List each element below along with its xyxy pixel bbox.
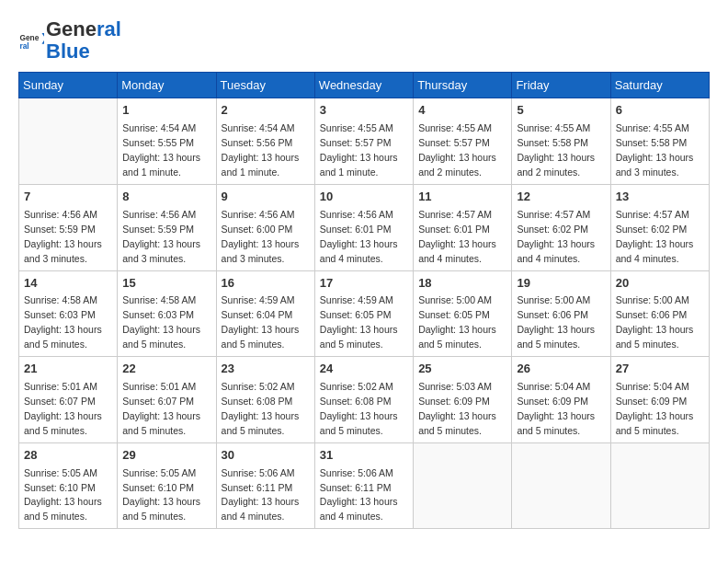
calendar-cell: 10 Sunrise: 4:56 AMSunset: 6:01 PMDaylig…: [314, 184, 413, 270]
day-number: 22: [122, 361, 210, 378]
day-info: Sunrise: 5:03 AMSunset: 6:09 PMDaylight:…: [418, 381, 496, 436]
calendar-cell: 23 Sunrise: 5:02 AMSunset: 6:08 PMDaylig…: [216, 357, 314, 443]
day-info: Sunrise: 4:55 AMSunset: 5:57 PMDaylight:…: [418, 122, 496, 178]
day-info: Sunrise: 4:58 AMSunset: 6:03 PMDaylight:…: [24, 294, 102, 350]
calendar-cell: 29 Sunrise: 5:05 AMSunset: 6:10 PMDaylig…: [118, 442, 216, 529]
day-info: Sunrise: 5:06 AMSunset: 6:11 PMDaylight:…: [222, 467, 300, 523]
calendar-table: SundayMondayTuesdayWednesdayThursdayFrid…: [18, 72, 710, 529]
page-header: Gene ral GeneralBlue: [18, 18, 710, 63]
day-info: Sunrise: 4:57 AMSunset: 6:01 PMDaylight:…: [418, 209, 496, 264]
day-number: 18: [418, 275, 506, 293]
day-info: Sunrise: 5:06 AMSunset: 6:11 PMDaylight:…: [320, 467, 398, 523]
weekday-header-wednesday: Wednesday: [314, 73, 413, 98]
day-number: 31: [320, 447, 408, 465]
day-number: 1: [122, 102, 210, 120]
calendar-cell: 17 Sunrise: 4:59 AMSunset: 6:05 PMDaylig…: [314, 270, 413, 357]
calendar-week-4: 21 Sunrise: 5:01 AMSunset: 6:07 PMDaylig…: [19, 357, 710, 443]
day-number: 17: [320, 275, 408, 293]
calendar-cell: 27 Sunrise: 5:04 AMSunset: 6:09 PMDaylig…: [610, 357, 709, 443]
day-number: 27: [616, 361, 704, 378]
day-number: 26: [517, 361, 605, 378]
day-number: 19: [517, 275, 605, 293]
calendar-cell: 26 Sunrise: 5:04 AMSunset: 6:09 PMDaylig…: [512, 357, 610, 443]
day-info: Sunrise: 5:05 AMSunset: 6:10 PMDaylight:…: [122, 467, 200, 523]
calendar-cell: 21 Sunrise: 5:01 AMSunset: 6:07 PMDaylig…: [19, 357, 118, 443]
calendar-cell: 1 Sunrise: 4:54 AMSunset: 5:55 PMDayligh…: [118, 98, 216, 185]
calendar-cell: 8 Sunrise: 4:56 AMSunset: 5:59 PMDayligh…: [118, 184, 216, 270]
calendar-cell: [414, 442, 512, 529]
calendar-cell: 12 Sunrise: 4:57 AMSunset: 6:02 PMDaylig…: [512, 184, 610, 270]
day-number: 11: [418, 189, 506, 206]
day-info: Sunrise: 5:01 AMSunset: 6:07 PMDaylight:…: [122, 381, 200, 436]
day-info: Sunrise: 5:04 AMSunset: 6:09 PMDaylight:…: [517, 381, 595, 436]
calendar-cell: 6 Sunrise: 4:55 AMSunset: 5:58 PMDayligh…: [610, 98, 709, 185]
calendar-cell: 3 Sunrise: 4:55 AMSunset: 5:57 PMDayligh…: [314, 98, 413, 185]
day-number: 15: [122, 275, 210, 293]
day-info: Sunrise: 5:00 AMSunset: 6:06 PMDaylight:…: [517, 294, 595, 350]
day-info: Sunrise: 4:54 AMSunset: 5:56 PMDaylight:…: [222, 122, 300, 178]
day-number: 20: [616, 275, 704, 293]
weekday-header-tuesday: Tuesday: [216, 73, 314, 98]
day-info: Sunrise: 4:56 AMSunset: 5:59 PMDaylight:…: [24, 209, 102, 264]
weekday-header-sunday: Sunday: [19, 73, 118, 98]
calendar-body: 1 Sunrise: 4:54 AMSunset: 5:55 PMDayligh…: [19, 98, 710, 529]
calendar-cell: [512, 442, 610, 529]
day-number: 24: [320, 361, 408, 378]
day-info: Sunrise: 5:02 AMSunset: 6:08 PMDaylight:…: [320, 381, 398, 436]
calendar-cell: 9 Sunrise: 4:56 AMSunset: 6:00 PMDayligh…: [216, 184, 314, 270]
day-info: Sunrise: 5:00 AMSunset: 6:06 PMDaylight:…: [616, 294, 694, 350]
calendar-cell: 15 Sunrise: 4:58 AMSunset: 6:03 PMDaylig…: [118, 270, 216, 357]
logo-icon: Gene ral: [18, 28, 44, 53]
calendar-cell: 19 Sunrise: 5:00 AMSunset: 6:06 PMDaylig…: [512, 270, 610, 357]
day-number: 14: [24, 275, 112, 293]
calendar-cell: 2 Sunrise: 4:54 AMSunset: 5:56 PMDayligh…: [216, 98, 314, 185]
day-info: Sunrise: 4:56 AMSunset: 6:01 PMDaylight:…: [320, 209, 398, 264]
calendar-week-3: 14 Sunrise: 4:58 AMSunset: 6:03 PMDaylig…: [19, 270, 710, 357]
svg-text:ral: ral: [19, 41, 28, 51]
day-number: 4: [418, 102, 506, 120]
weekday-header-friday: Friday: [512, 73, 610, 98]
svg-marker-2: [41, 33, 44, 44]
calendar-header-row: SundayMondayTuesdayWednesdayThursdayFrid…: [19, 73, 710, 98]
day-number: 23: [222, 361, 310, 378]
day-info: Sunrise: 5:01 AMSunset: 6:07 PMDaylight:…: [24, 381, 102, 436]
day-number: 5: [517, 102, 605, 120]
day-number: 16: [222, 275, 310, 293]
weekday-header-monday: Monday: [118, 73, 216, 98]
day-number: 2: [222, 102, 310, 120]
calendar-cell: 30 Sunrise: 5:06 AMSunset: 6:11 PMDaylig…: [216, 442, 314, 529]
calendar-week-1: 1 Sunrise: 4:54 AMSunset: 5:55 PMDayligh…: [19, 98, 710, 185]
day-info: Sunrise: 4:57 AMSunset: 6:02 PMDaylight:…: [616, 209, 694, 264]
calendar-cell: 22 Sunrise: 5:01 AMSunset: 6:07 PMDaylig…: [118, 357, 216, 443]
day-info: Sunrise: 4:57 AMSunset: 6:02 PMDaylight:…: [517, 209, 595, 264]
calendar-cell: 14 Sunrise: 4:58 AMSunset: 6:03 PMDaylig…: [19, 270, 118, 357]
day-number: 6: [616, 102, 704, 120]
day-info: Sunrise: 5:00 AMSunset: 6:05 PMDaylight:…: [418, 294, 496, 350]
day-number: 29: [122, 447, 210, 465]
calendar-cell: 18 Sunrise: 5:00 AMSunset: 6:05 PMDaylig…: [414, 270, 512, 357]
day-info: Sunrise: 4:55 AMSunset: 5:57 PMDaylight:…: [320, 122, 398, 178]
calendar-cell: 28 Sunrise: 5:05 AMSunset: 6:10 PMDaylig…: [19, 442, 118, 529]
day-number: 21: [24, 361, 112, 378]
logo-text: GeneralBlue: [46, 18, 121, 63]
day-info: Sunrise: 5:05 AMSunset: 6:10 PMDaylight:…: [24, 467, 102, 523]
day-info: Sunrise: 5:04 AMSunset: 6:09 PMDaylight:…: [616, 381, 694, 436]
day-number: 3: [320, 102, 408, 120]
day-info: Sunrise: 4:56 AMSunset: 6:00 PMDaylight:…: [222, 209, 300, 264]
day-info: Sunrise: 4:55 AMSunset: 5:58 PMDaylight:…: [517, 122, 595, 178]
calendar-cell: 11 Sunrise: 4:57 AMSunset: 6:01 PMDaylig…: [414, 184, 512, 270]
day-info: Sunrise: 4:59 AMSunset: 6:04 PMDaylight:…: [222, 294, 300, 350]
calendar-cell: 20 Sunrise: 5:00 AMSunset: 6:06 PMDaylig…: [610, 270, 709, 357]
day-info: Sunrise: 4:56 AMSunset: 5:59 PMDaylight:…: [122, 209, 200, 264]
day-number: 25: [418, 361, 506, 378]
day-info: Sunrise: 4:58 AMSunset: 6:03 PMDaylight:…: [122, 294, 200, 350]
day-number: 8: [122, 189, 210, 206]
calendar-cell: 16 Sunrise: 4:59 AMSunset: 6:04 PMDaylig…: [216, 270, 314, 357]
calendar-cell: 4 Sunrise: 4:55 AMSunset: 5:57 PMDayligh…: [414, 98, 512, 185]
day-number: 13: [616, 189, 704, 206]
calendar-week-5: 28 Sunrise: 5:05 AMSunset: 6:10 PMDaylig…: [19, 442, 710, 529]
day-number: 28: [24, 447, 112, 465]
day-number: 30: [222, 447, 310, 465]
day-number: 12: [517, 189, 605, 206]
calendar-cell: [19, 98, 118, 185]
